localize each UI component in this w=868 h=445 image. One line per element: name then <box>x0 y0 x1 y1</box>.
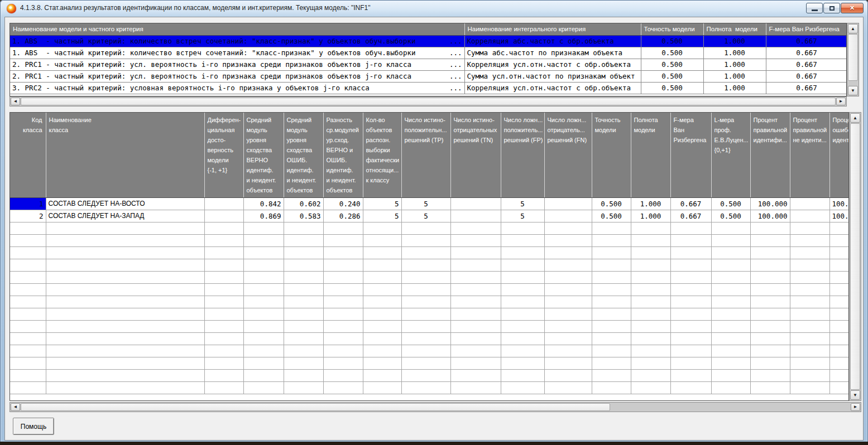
empty-cell[interactable] <box>46 283 204 296</box>
bottom-grid-header-cell[interactable]: Полнота модели <box>631 113 670 197</box>
bottom-grid-header-cell[interactable]: Число истино- отрицательных решений (TN) <box>450 113 501 197</box>
empty-cell[interactable] <box>401 320 450 332</box>
empty-cell[interactable] <box>592 308 631 320</box>
integral-criterion-cell[interactable]: Сумма усл.отн.частот по признакам объект <box>464 70 641 82</box>
empty-cell[interactable] <box>829 381 849 394</box>
empty-cell[interactable] <box>46 320 204 332</box>
empty-cell[interactable] <box>790 234 829 246</box>
empty-cell[interactable] <box>711 234 750 246</box>
empty-cell[interactable] <box>750 296 790 308</box>
empty-cell[interactable] <box>46 296 204 308</box>
empty-cell[interactable] <box>501 234 544 246</box>
empty-cell[interactable] <box>284 308 323 320</box>
empty-cell[interactable] <box>323 345 363 357</box>
class-cell[interactable]: 100.000 <box>750 197 790 210</box>
title-bar[interactable]: 4.1.3.8. Стат.анализ результатов идентиф… <box>0 0 868 17</box>
empty-cell[interactable] <box>790 345 829 357</box>
class-cell[interactable]: 5 <box>401 210 450 222</box>
class-cell[interactable]: 0.842 <box>243 197 284 210</box>
empty-cell[interactable] <box>711 283 750 296</box>
empty-cell[interactable] <box>243 259 284 271</box>
empty-cell[interactable] <box>243 320 284 332</box>
empty-cell[interactable] <box>544 234 592 246</box>
empty-cell[interactable] <box>631 308 670 320</box>
empty-cell[interactable] <box>790 296 829 308</box>
empty-cell[interactable] <box>711 320 750 332</box>
empty-cell[interactable] <box>711 357 750 369</box>
empty-cell[interactable] <box>401 271 450 283</box>
empty-cell[interactable] <box>243 357 284 369</box>
empty-cell[interactable] <box>363 332 401 345</box>
empty-cell[interactable] <box>204 222 243 234</box>
empty-cell[interactable] <box>631 234 670 246</box>
empty-cell[interactable] <box>750 271 790 283</box>
empty-cell[interactable] <box>243 234 284 246</box>
empty-cell[interactable] <box>501 222 544 234</box>
empty-cell[interactable] <box>592 357 631 369</box>
bottom-grid-header-cell[interactable]: Код класса <box>10 113 46 197</box>
empty-cell[interactable] <box>670 320 711 332</box>
empty-cell[interactable] <box>670 345 711 357</box>
empty-cell[interactable] <box>711 345 750 357</box>
empty-cell[interactable] <box>750 369 790 381</box>
empty-cell[interactable] <box>450 357 501 369</box>
empty-cell[interactable] <box>204 369 243 381</box>
empty-cell[interactable] <box>501 259 544 271</box>
recall-cell[interactable]: 1.000 <box>703 35 766 47</box>
empty-cell[interactable] <box>501 246 544 259</box>
empty-cell[interactable] <box>363 381 401 394</box>
bottom-grid-header-cell[interactable]: Дифферен- циальная досто- верность модел… <box>204 113 243 197</box>
class-cell[interactable]: 0.500 <box>711 210 750 222</box>
empty-cell[interactable] <box>46 357 204 369</box>
empty-cell[interactable] <box>323 234 363 246</box>
empty-cell[interactable] <box>323 222 363 234</box>
empty-cell[interactable] <box>284 320 323 332</box>
empty-cell[interactable] <box>363 345 401 357</box>
fmeasure-cell[interactable]: 0.667 <box>766 59 847 70</box>
minimize-button[interactable] <box>806 3 823 13</box>
scroll-right-button[interactable]: ► <box>836 98 846 105</box>
empty-cell[interactable] <box>592 222 631 234</box>
empty-cell[interactable] <box>10 246 46 259</box>
empty-cell[interactable] <box>592 259 631 271</box>
top-grid-header-cell[interactable]: Полнота модели <box>703 23 766 35</box>
class-cell[interactable]: 0.667 <box>670 210 711 222</box>
empty-cell[interactable] <box>829 369 849 381</box>
bottom-grid-header-cell[interactable]: Проце... ошибо... идент... <box>829 113 849 197</box>
empty-cell[interactable] <box>790 246 829 259</box>
empty-cell[interactable] <box>204 259 243 271</box>
empty-cell[interactable] <box>631 332 670 345</box>
empty-cell[interactable] <box>501 345 544 357</box>
recall-cell[interactable]: 1.000 <box>703 70 766 82</box>
empty-cell[interactable] <box>323 308 363 320</box>
top-grid-horizontal-scrollbar[interactable]: ◄ ► <box>9 96 847 107</box>
empty-cell[interactable] <box>243 345 284 357</box>
empty-cell[interactable] <box>363 259 401 271</box>
bottom-grid-vertical-scrollbar[interactable]: ▲ ▼ <box>849 112 861 401</box>
empty-cell[interactable] <box>670 222 711 234</box>
precision-cell[interactable]: 0.500 <box>641 59 703 70</box>
empty-cell[interactable] <box>46 308 204 320</box>
empty-cell[interactable] <box>363 296 401 308</box>
scroll-left-button[interactable]: ◄ <box>11 98 20 105</box>
empty-cell[interactable] <box>631 259 670 271</box>
integral-criterion-cell[interactable]: Сумма абс.частот по признакам объекта <box>464 47 641 59</box>
empty-cell[interactable] <box>323 259 363 271</box>
empty-cell[interactable] <box>401 234 450 246</box>
empty-cell[interactable] <box>544 345 592 357</box>
empty-cell[interactable] <box>750 283 790 296</box>
empty-cell[interactable] <box>790 320 829 332</box>
bottom-grid-header-cell[interactable]: Число истино- положительн... решений (TP… <box>401 113 450 197</box>
empty-cell[interactable] <box>450 222 501 234</box>
help-button[interactable]: Помощь <box>13 418 54 435</box>
empty-cell[interactable] <box>544 222 592 234</box>
empty-cell[interactable] <box>450 381 501 394</box>
empty-cell[interactable] <box>10 308 46 320</box>
bottom-grid-header-cell[interactable]: Средний модуль уровня сходства ВЕРНО иде… <box>243 113 284 197</box>
empty-cell[interactable] <box>10 381 46 394</box>
empty-cell[interactable] <box>243 271 284 283</box>
empty-cell[interactable] <box>363 234 401 246</box>
scrollbar-thumb[interactable] <box>848 34 858 81</box>
empty-cell[interactable] <box>790 308 829 320</box>
empty-cell[interactable] <box>204 271 243 283</box>
